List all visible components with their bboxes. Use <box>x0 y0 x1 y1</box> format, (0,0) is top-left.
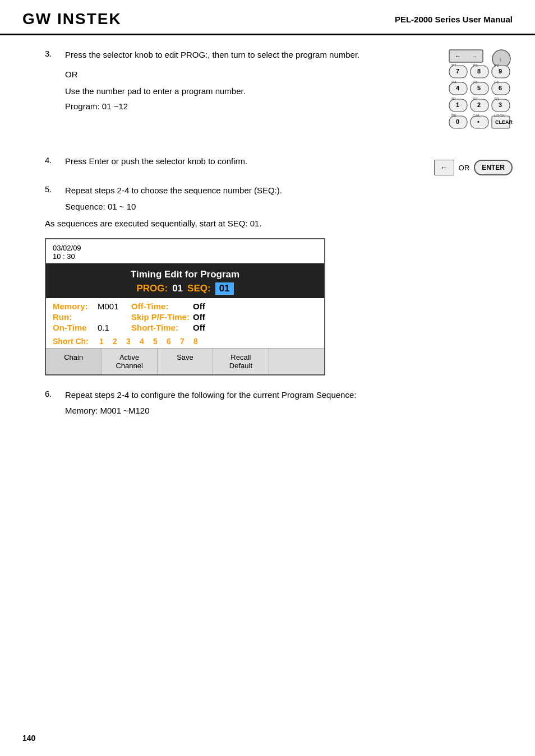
data-row-3: On-Time 0.1 Short-Time: Off <box>53 323 317 332</box>
svg-text:1: 1 <box>456 101 459 108</box>
offtime-label: Off-Time: <box>131 302 193 311</box>
chain-button[interactable]: Chain <box>46 349 102 374</box>
step-3-note: Program: 01 ~12 <box>65 100 437 113</box>
selector-arrow: ← <box>434 160 454 175</box>
display-title-row: Timing Edit for Program PROG: 01 SEQ: 01 <box>46 263 324 298</box>
seq-val: 01 <box>215 282 234 295</box>
memory-label: Memory: <box>53 302 98 311</box>
skip-pftime-label: Skip P/F-Time: <box>131 312 193 322</box>
step-6: 6. Repeat steps 2-4 to configure the fol… <box>45 389 513 418</box>
svg-text:7: 7 <box>456 68 459 75</box>
offtime-val: Off <box>193 302 215 311</box>
short-ch-label: Short Ch: <box>53 337 98 346</box>
svg-text:CLEAR: CLEAR <box>495 119 513 125</box>
shorttime-label: Short-Time: <box>131 323 193 332</box>
short-ch-1: 1 <box>98 337 105 346</box>
step-3-body: Press the selector knob to edit PROG:, t… <box>65 49 437 113</box>
run-label: Run: <box>53 312 98 322</box>
ontime-label: On-Time <box>53 323 98 332</box>
enter-image-area: ← OR ENTER <box>434 155 513 175</box>
short-ch-4: 4 <box>138 337 146 346</box>
page-number: 140 <box>22 734 35 743</box>
memory-val: M001 <box>98 302 131 311</box>
step-3-text: Press the selector knob to edit PROG:, t… <box>65 49 437 62</box>
svg-text:P8: P8 <box>473 63 478 67</box>
data-row-2: Run: Skip P/F-Time: Off <box>53 312 317 322</box>
step-4-number: 4. <box>45 155 65 165</box>
ontime-val: 0.1 <box>98 323 131 332</box>
or-label: OR <box>459 164 470 172</box>
page-header: GW INSTEK PEL-2000 Series User Manual <box>0 0 535 35</box>
step-6-note: Memory: M001 ~M120 <box>65 405 513 418</box>
data-rows: Memory: M001 Off-Time: Off Run: Skip P/F… <box>46 298 324 336</box>
short-ch-8: 8 <box>192 337 200 346</box>
display-title: Timing Edit for Program <box>50 269 320 280</box>
svg-text:P2: P2 <box>473 97 478 101</box>
skip-pftime-val: Off <box>193 312 215 322</box>
step-3-extra: Use the number pad to enter a program nu… <box>65 85 437 98</box>
step-6-number: 6. <box>45 389 65 418</box>
display-panel: 03/02/0910 : 30 Timing Edit for Program … <box>45 238 325 375</box>
svg-text:3: 3 <box>499 101 502 108</box>
short-ch-6: 6 <box>165 337 173 346</box>
numpad-svg: ← → ↓ 7 P7 8 P8 9 P9 4 P4 5 <box>448 49 513 144</box>
main-content: 3. Press the selector knob to edit PROG:… <box>0 35 535 444</box>
info-line: As sequences are executed sequentially, … <box>45 217 513 230</box>
short-ch-nums: 1 2 3 4 5 6 7 8 <box>98 337 200 346</box>
short-ch-3: 3 <box>124 337 132 346</box>
svg-text:4: 4 <box>456 85 460 91</box>
step-5-body: Repeat steps 2-4 to choose the sequence … <box>65 184 513 213</box>
empty-button <box>269 349 324 374</box>
svg-text:P5: P5 <box>473 80 478 84</box>
step-5-text: Repeat steps 2-4 to choose the sequence … <box>65 184 513 197</box>
svg-text:P0: P0 <box>451 114 456 118</box>
svg-text:P4: P4 <box>451 80 456 84</box>
svg-text:P1: P1 <box>451 97 456 101</box>
step-5: 5. Repeat steps 2-4 to choose the sequen… <box>45 184 513 213</box>
svg-text:P9: P9 <box>494 63 499 67</box>
logo: GW INSTEK <box>22 10 122 28</box>
enter-button-img: ENTER <box>474 160 513 175</box>
recall-default-button[interactable]: RecallDefault <box>213 349 269 374</box>
datetime-text: 03/02/0910 : 30 <box>53 244 81 261</box>
svg-text:8: 8 <box>477 68 481 75</box>
step-4-body: Press Enter or push the selector knob to… <box>65 155 423 168</box>
prog-seq-row: PROG: 01 SEQ: 01 <box>50 282 320 295</box>
short-ch-2: 2 <box>111 337 119 346</box>
short-ch-row: Short Ch: 1 2 3 4 5 6 7 8 <box>46 336 324 348</box>
svg-text:↓: ↓ <box>499 56 502 62</box>
step-3: 3. Press the selector knob to edit PROG:… <box>45 49 513 146</box>
step-4: 4. Press Enter or push the selector knob… <box>45 155 513 175</box>
svg-text:←: ← <box>455 53 461 59</box>
svg-text:9: 9 <box>499 68 502 75</box>
step-5-note: Sequence: 01 ~ 10 <box>65 201 513 214</box>
svg-text:P6: P6 <box>494 80 499 84</box>
svg-text:LOCK: LOCK <box>494 114 505 118</box>
save-button[interactable]: Save <box>158 349 213 374</box>
active-channel-button[interactable]: ActiveChannel <box>102 349 157 374</box>
svg-text:P7: P7 <box>451 63 456 67</box>
short-ch-7: 7 <box>178 337 186 346</box>
prog-val: 01 <box>172 283 183 294</box>
enter-row: ← OR ENTER <box>434 160 513 175</box>
step-4-text: Press Enter or push the selector knob to… <box>65 155 423 168</box>
svg-text:→: → <box>472 53 477 59</box>
step-3-number: 3. <box>45 49 65 58</box>
data-row-1: Memory: M001 Off-Time: Off <box>53 302 317 311</box>
short-ch-5: 5 <box>151 337 159 346</box>
svg-text:2: 2 <box>477 101 481 108</box>
svg-text:5: 5 <box>477 85 481 91</box>
prog-label: PROG: <box>136 283 168 294</box>
step-6-text: Repeat steps 2-4 to configure the follow… <box>65 389 513 402</box>
step-6-body: Repeat steps 2-4 to configure the follow… <box>65 389 513 418</box>
display-datetime: 03/02/0910 : 30 <box>46 239 324 263</box>
button-row: Chain ActiveChannel Save RecallDefault <box>46 348 324 374</box>
step-3-or: OR <box>65 68 437 81</box>
shorttime-val: Off <box>193 323 215 332</box>
svg-text:P3: P3 <box>494 97 499 101</box>
svg-text:6: 6 <box>499 85 502 91</box>
step-5-number: 5. <box>45 184 65 213</box>
seq-label: SEQ: <box>187 283 211 294</box>
svg-text:•: • <box>477 118 479 125</box>
svg-text:0: 0 <box>456 118 459 125</box>
